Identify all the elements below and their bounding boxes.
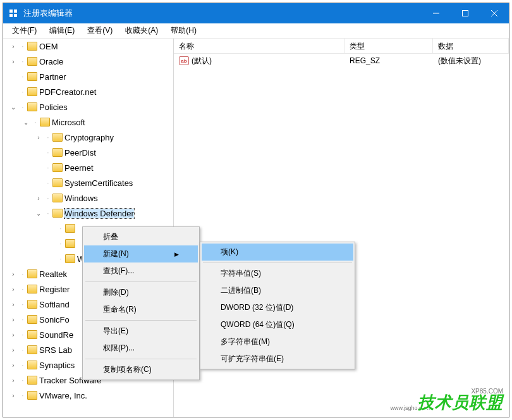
col-data[interactable]: 数据 [433,39,509,53]
tree-item-label: SystemCertificates [64,178,133,188]
tree-item-label: Register [39,285,70,294]
menu-edit[interactable]: 编辑(E) [43,23,81,39]
chevron-right-icon[interactable]: › [34,132,44,142]
menu-item[interactable]: 权限(P)... [84,340,198,357]
chevron-right-icon[interactable]: › [8,360,18,370]
menu-item[interactable]: 项(K) [202,244,353,261]
svg-rect-1 [14,9,17,13]
tree-item[interactable]: ›·VMware, Inc. [3,388,173,403]
folder-icon [52,178,63,187]
folder-icon [52,133,63,142]
tree-connector: · [44,195,52,202]
menu-item[interactable]: 重命名(R) [84,301,198,318]
chevron-right-icon[interactable]: › [8,41,18,51]
menu-item-label: 可扩充字符串值(E) [221,354,284,364]
tree-connector: · [44,134,52,141]
menu-item[interactable]: 折叠 [84,228,198,245]
col-type[interactable]: 类型 [344,39,433,53]
minimize-button[interactable] [422,3,451,23]
tree-item[interactable]: ›·Cryptography [3,130,173,145]
chevron-right-icon[interactable]: › [8,375,18,385]
tree-item[interactable]: ›·OEM [3,39,173,54]
chevron-right-icon[interactable]: › [8,56,18,66]
menu-item[interactable]: 字符串值(S) [202,265,353,282]
menu-item[interactable]: 新建(N)▶ [84,245,198,262]
tree-connector: · [44,164,52,171]
menu-item[interactable]: 二进制值(B) [202,282,353,299]
chevron-right-icon[interactable]: › [8,345,18,355]
menu-help[interactable]: 帮助(H) [164,23,203,39]
menu-item[interactable]: 复制项名称(C) [84,361,198,378]
tree-connector: · [44,210,52,217]
tree-item-label: Windows [64,194,98,203]
tree-item[interactable]: ⌄·Windows Defender [3,206,173,221]
maximize-button[interactable] [451,3,480,23]
tree-item[interactable]: ⌄·Policies [3,99,173,114]
tree-item-label: SonicFo [39,315,70,324]
tree-connector: · [18,43,27,50]
close-button[interactable] [480,3,509,23]
svg-rect-2 [9,14,13,17]
chevron-right-icon[interactable]: › [34,193,44,203]
chevron-right-icon[interactable]: › [8,299,18,309]
tree-connector: · [18,301,27,308]
tree-connector: · [56,256,65,262]
menu-item[interactable]: 删除(D) [84,284,198,301]
tree-item-label: Oracle [39,57,63,66]
chevron-right-icon[interactable]: › [8,284,18,294]
tree-item[interactable]: ⌄·Microsoft [3,114,173,130]
chevron-right-icon[interactable]: › [8,390,18,400]
tree-item[interactable]: ›·Oracle [3,54,173,69]
menu-item-label: 删除(D) [103,287,129,298]
menu-item[interactable]: 多字符串值(M) [202,333,353,350]
tree-item-label: PeerDist [64,148,96,158]
tree-spacer [34,147,44,158]
context-menu: 折叠新建(N)▶查找(F)...删除(D)重命名(R)导出(E)权限(P)...… [82,226,200,380]
titlebar[interactable]: 注册表编辑器 [3,3,509,23]
list-header: 名称 类型 数据 [174,39,509,54]
folder-icon [27,315,37,324]
svg-rect-0 [9,9,13,13]
menu-favorites[interactable]: 收藏夹(A) [119,23,164,39]
tree-item[interactable]: ·Peernet [3,160,173,175]
menu-item[interactable]: 查找(F)... [84,262,198,280]
chevron-right-icon[interactable]: › [8,314,18,324]
menu-item-label: 查找(F)... [103,266,134,276]
folder-icon [65,224,75,233]
tree-item[interactable]: ·PDFCreator.net [3,84,173,99]
folder-icon [27,87,37,96]
menu-item[interactable]: QWORD (64 位)值(Q) [202,316,353,333]
menu-view[interactable]: 查看(V) [81,23,119,39]
folder-icon [27,72,37,81]
menu-file[interactable]: 文件(F) [6,23,43,39]
string-value-icon: ab [179,56,189,65]
folder-icon [27,391,37,400]
chevron-down-icon[interactable]: ⌄ [34,208,44,218]
list-row[interactable]: ab (默认) REG_SZ (数值未设置) [174,54,509,68]
tree-item[interactable]: ·PeerDist [3,145,173,160]
menu-item-label: 字符串值(S) [221,268,261,279]
tree-item[interactable]: ›·Windows [3,190,173,206]
cell-data: (数值未设置) [433,54,509,68]
menu-separator [85,320,197,321]
tree-connector: · [56,240,65,247]
menu-item-label: QWORD (64 位)值(Q) [221,319,295,330]
tree-item-label: Windows Defender [64,209,134,218]
menu-item[interactable]: DWORD (32 位)值(D) [202,299,353,316]
menu-item-label: 复制项名称(C) [103,364,152,375]
menu-item[interactable]: 导出(E) [84,323,198,340]
menu-item[interactable]: 可扩充字符串值(E) [202,350,353,368]
folder-icon [27,269,37,278]
svg-rect-3 [14,14,17,17]
tree-connector: · [44,149,52,156]
folder-icon [65,239,75,248]
tree-item[interactable]: ·Partner [3,69,173,84]
chevron-right-icon[interactable]: › [8,330,18,340]
window-title: 注册表编辑器 [23,8,422,19]
col-name[interactable]: 名称 [174,39,344,53]
tree-spacer [34,178,44,188]
tree-item[interactable]: ·SystemCertificates [3,175,173,190]
chevron-down-icon[interactable]: ⌄ [8,102,18,112]
chevron-down-icon[interactable]: ⌄ [21,117,31,127]
chevron-right-icon[interactable]: › [8,269,18,279]
